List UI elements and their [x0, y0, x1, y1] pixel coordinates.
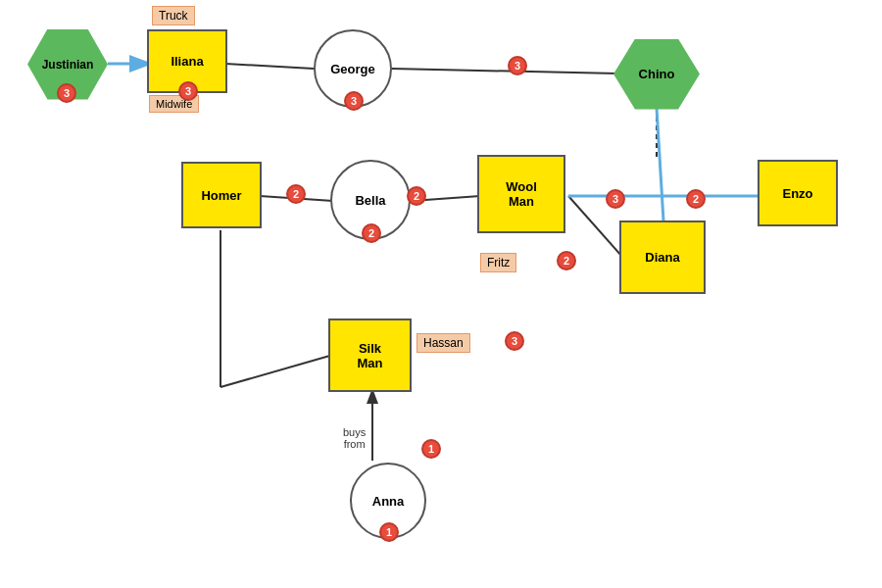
homer-label: Homer — [201, 188, 241, 203]
diana-label: Diana — [645, 250, 679, 265]
justinian-label: Justinian — [42, 58, 94, 72]
diagram: Justinian 3 Truck Iliana 3 Midwife Georg… — [0, 0, 882, 588]
george-label: George — [330, 62, 375, 76]
hassan-badge: 3 — [505, 331, 524, 351]
anna-badge: 1 — [379, 522, 399, 542]
node-enzo: Enzo — [758, 160, 838, 226]
anna-silkman-badge: 1 — [421, 439, 441, 459]
node-chino: Chino — [612, 37, 701, 111]
truck-label: Truck — [152, 6, 195, 25]
node-anna: Anna 1 — [350, 463, 426, 539]
george-badge: 3 — [344, 91, 364, 111]
bella-label: Bella — [355, 193, 385, 208]
svg-line-1 — [225, 64, 314, 69]
iliana-badge: 3 — [178, 81, 198, 101]
node-homer: Homer — [181, 162, 262, 228]
silkman-label: Silk Man — [358, 341, 383, 370]
iliana-label: Iliana — [171, 54, 203, 69]
connections-svg — [0, 0, 882, 588]
homer-bella-badge: 2 — [286, 184, 306, 204]
hassan-label: Hassan — [416, 333, 470, 353]
node-woolman: Wool Man — [477, 155, 565, 233]
enzo-label: Enzo — [782, 186, 812, 201]
george-chino-badge: 3 — [508, 56, 527, 75]
chino-label: Chino — [639, 67, 675, 81]
woolman-label: Wool Man — [506, 179, 537, 209]
svg-line-4 — [657, 108, 663, 220]
node-iliana: Iliana 3 — [147, 29, 227, 93]
buys-from-label: buysfrom — [343, 426, 366, 450]
justinian-badge: 3 — [57, 83, 76, 103]
fritz-badge: 2 — [557, 251, 576, 270]
bella-badge: 2 — [362, 223, 381, 243]
node-diana: Diana — [619, 220, 706, 294]
svg-line-10 — [220, 355, 333, 387]
anna-label: Anna — [372, 494, 405, 509]
woolman-diana-badge3: 3 — [606, 189, 625, 209]
node-george: George 3 — [314, 29, 392, 108]
node-justinian: Justinian 3 — [27, 27, 108, 101]
svg-line-2 — [392, 69, 617, 74]
bella-woolman-badge: 2 — [407, 186, 426, 206]
fritz-label: Fritz — [480, 253, 516, 272]
node-bella: Bella 2 — [330, 160, 411, 240]
diana-enzo-badge2: 2 — [686, 189, 706, 209]
node-silkman: Silk Man — [328, 318, 412, 392]
